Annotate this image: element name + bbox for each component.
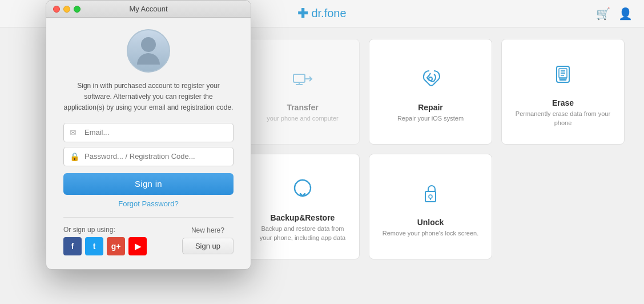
divider bbox=[63, 217, 234, 218]
new-here-section: New here? Sign up bbox=[182, 226, 234, 254]
my-account-modal: My Account Sign in with purchased accoun… bbox=[46, 0, 251, 270]
facebook-button[interactable]: f bbox=[63, 237, 82, 255]
avatar-body bbox=[137, 53, 160, 65]
erase-desc: Permanently erase data from your phone bbox=[511, 110, 615, 127]
card-erase[interactable]: Erase Permanently erase data from your p… bbox=[501, 39, 625, 145]
modal-title: My Account bbox=[129, 5, 167, 13]
logo-text: dr.fone bbox=[311, 7, 346, 20]
unlock-icon-wrap bbox=[412, 175, 449, 212]
youtube-button[interactable]: ▶ bbox=[128, 237, 147, 255]
transfer-icon-wrap bbox=[284, 61, 321, 97]
cart-icon[interactable]: 🛒 bbox=[596, 7, 610, 21]
modal-description: Sign in with purchased account to regist… bbox=[63, 81, 234, 114]
password-form-group: 🔒 bbox=[63, 147, 234, 166]
signup-button[interactable]: Sign up bbox=[182, 238, 234, 254]
repair-icon-wrap bbox=[412, 61, 449, 97]
transfer-desc: your phone and computer bbox=[267, 114, 338, 123]
unlock-title: Unlock bbox=[417, 218, 444, 227]
close-button[interactable] bbox=[53, 6, 60, 13]
backup-title: Backup&Restore bbox=[271, 213, 335, 222]
twitter-button[interactable]: t bbox=[85, 237, 103, 255]
modal-body: Sign in with purchased account to regist… bbox=[46, 18, 251, 269]
card-transfer[interactable]: Transfer your phone and computer bbox=[245, 39, 360, 145]
erase-icon-wrap bbox=[545, 56, 581, 93]
repair-desc: Repair your iOS system bbox=[397, 114, 464, 123]
maximize-button[interactable] bbox=[74, 6, 80, 13]
email-icon: ✉ bbox=[70, 128, 77, 137]
svg-point-14 bbox=[429, 195, 432, 198]
logo-plus-icon: ✚ bbox=[297, 6, 308, 21]
email-input[interactable] bbox=[63, 123, 234, 142]
transfer-title: Transfer bbox=[287, 103, 318, 112]
avatar bbox=[127, 29, 170, 73]
modal-titlebar: My Account bbox=[46, 1, 251, 18]
avatar-head bbox=[141, 37, 156, 52]
minimize-button[interactable] bbox=[63, 6, 70, 13]
card-backup[interactable]: Backup&Restore Backup and restore data f… bbox=[245, 154, 360, 259]
erase-title: Erase bbox=[552, 98, 574, 107]
repair-title: Repair bbox=[418, 103, 443, 112]
user-account-icon[interactable]: 👤 bbox=[618, 7, 633, 21]
backup-desc: Backup and restore data from your phone,… bbox=[255, 225, 350, 242]
unlock-desc: Remove your phone's lock screen. bbox=[383, 229, 478, 238]
google-plus-button[interactable]: g+ bbox=[107, 237, 125, 255]
card-repair[interactable]: Repair Repair your iOS system bbox=[369, 39, 492, 145]
social-label: Or sign up using: bbox=[63, 226, 147, 234]
lock-icon: 🔒 bbox=[70, 152, 79, 161]
social-icons: f t g+ ▶ bbox=[63, 237, 147, 255]
signin-button[interactable]: Sign in bbox=[63, 173, 234, 195]
new-here-label: New here? bbox=[191, 226, 224, 234]
svg-rect-13 bbox=[425, 191, 436, 202]
email-form-group: ✉ bbox=[63, 123, 234, 142]
backup-icon-wrap bbox=[284, 171, 321, 207]
traffic-lights bbox=[53, 6, 80, 13]
forgot-password-link[interactable]: Forgot Password? bbox=[118, 199, 179, 208]
svg-rect-0 bbox=[293, 74, 305, 82]
card-unlock[interactable]: Unlock Remove your phone's lock screen. bbox=[369, 154, 492, 259]
app-logo: ✚ dr.fone bbox=[297, 6, 346, 21]
avatar-inner bbox=[137, 37, 160, 65]
password-input[interactable] bbox=[63, 147, 234, 166]
social-section: Or sign up using: f t g+ ▶ New here? Sig… bbox=[63, 226, 234, 255]
svg-point-4 bbox=[429, 77, 432, 81]
top-bar-icons: 🛒 👤 bbox=[596, 7, 633, 21]
social-left: Or sign up using: f t g+ ▶ bbox=[63, 226, 147, 255]
